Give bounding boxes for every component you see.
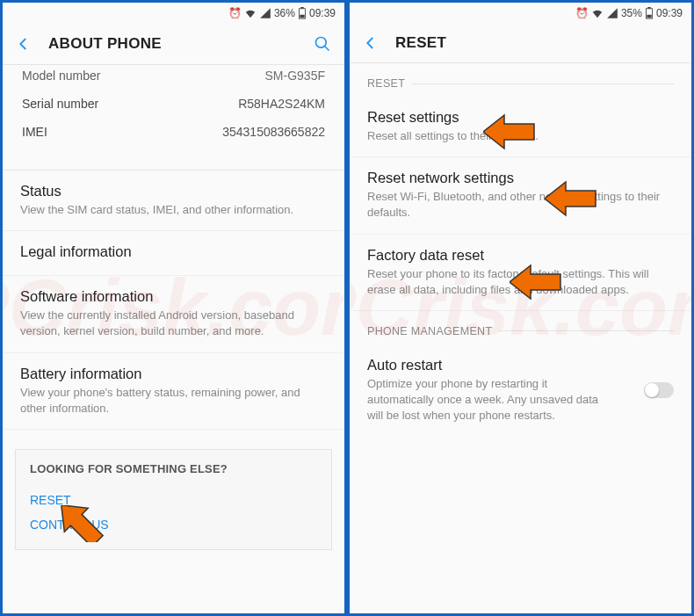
item-desc: Reset all settings to their defaults. [367, 128, 674, 144]
svg-line-4 [325, 47, 329, 51]
item-title: Reset network settings [367, 170, 674, 186]
footer-link-reset[interactable]: RESET [30, 488, 317, 512]
svg-point-3 [316, 38, 327, 48]
auto-restart-toggle[interactable] [644, 382, 674, 398]
section-header-phone-mgmt: PHONE MANAGEMENT [350, 311, 691, 344]
page-title: RESET [395, 34, 679, 52]
header: ABOUT PHONE [3, 24, 344, 64]
info-value: R58HA2S24KM [238, 97, 325, 111]
about-phone-screen: PCrisk.com ⏰ 36% 09:39 ABOUT PHONE Model… [3, 3, 344, 613]
header: RESET [350, 24, 691, 62]
section-header-reset: RESET [350, 63, 691, 97]
info-row-model: Model number SM-G935F [3, 62, 344, 90]
svg-rect-2 [300, 15, 304, 18]
back-icon[interactable] [15, 35, 33, 53]
item-legal[interactable]: Legal information [3, 231, 344, 276]
search-icon[interactable] [313, 34, 332, 54]
battery-percent: 36% [274, 7, 295, 19]
wifi-icon [591, 7, 604, 19]
status-bar: ⏰ 35% 09:39 [350, 3, 691, 24]
item-title: Auto restart [367, 357, 614, 373]
item-factory-reset[interactable]: Factory data reset Reset your phone to i… [350, 235, 691, 311]
footer-box: LOOKING FOR SOMETHING ELSE? RESET CONTAC… [15, 449, 332, 550]
item-desc: View your phone's battery status, remain… [20, 385, 327, 417]
back-icon[interactable] [362, 34, 380, 52]
status-bar: ⏰ 36% 09:39 [3, 3, 344, 24]
battery-icon [298, 7, 307, 19]
battery-percent: 35% [621, 7, 642, 19]
item-title: Software information [20, 288, 327, 305]
item-title: Status [20, 183, 327, 199]
reset-screen: PCrisk.com ⏰ 35% 09:39 RESET RESET Reset… [350, 3, 691, 613]
item-reset-network[interactable]: Reset network settings Reset Wi-Fi, Blue… [350, 157, 691, 234]
battery-icon [645, 7, 654, 19]
svg-rect-7 [647, 15, 651, 18]
item-battery[interactable]: Battery information View your phone's ba… [3, 353, 344, 430]
item-auto-restart-row: Auto restart Optimize your phone by rest… [350, 344, 691, 437]
item-desc: Optimize your phone by restarting it aut… [367, 376, 614, 424]
item-software[interactable]: Software information View the currently … [3, 276, 344, 352]
clock: 09:39 [656, 7, 683, 19]
clock: 09:39 [309, 7, 336, 19]
item-title: Reset settings [367, 109, 674, 126]
info-label: Serial number [22, 97, 98, 111]
item-desc: Reset Wi-Fi, Bluetooth, and other networ… [367, 189, 674, 221]
signal-icon [606, 7, 618, 19]
alarm-icon: ⏰ [575, 7, 589, 19]
info-label: IMEI [22, 125, 47, 139]
item-desc: Reset your phone to its factory default … [367, 266, 674, 298]
page-title: ABOUT PHONE [48, 35, 297, 53]
item-title: Legal information [20, 243, 327, 260]
footer-title: LOOKING FOR SOMETHING ELSE? [30, 462, 317, 475]
item-status[interactable]: Status View the SIM card status, IMEI, a… [3, 170, 344, 231]
info-value: 354315083665822 [222, 125, 325, 139]
item-reset-settings[interactable]: Reset settings Reset all settings to the… [350, 97, 691, 157]
svg-rect-6 [647, 7, 651, 9]
item-desc: View the currently installed Android ver… [20, 308, 327, 339]
alarm-icon: ⏰ [228, 7, 242, 19]
signal-icon [259, 7, 271, 19]
item-title: Battery information [20, 366, 327, 382]
footer-link-contact[interactable]: CONTACT US [30, 512, 317, 537]
item-title: Factory data reset [367, 247, 674, 264]
svg-rect-1 [300, 7, 304, 9]
item-desc: View the SIM card status, IMEI, and othe… [20, 202, 327, 218]
wifi-icon [244, 7, 257, 19]
info-row-serial: Serial number R58HA2S24KM [3, 90, 344, 118]
item-auto-restart[interactable]: Auto restart Optimize your phone by rest… [350, 344, 632, 437]
info-row-imei: IMEI 354315083665822 [3, 118, 344, 146]
info-value: SM-G935F [265, 69, 325, 83]
info-label: Model number [22, 69, 101, 83]
